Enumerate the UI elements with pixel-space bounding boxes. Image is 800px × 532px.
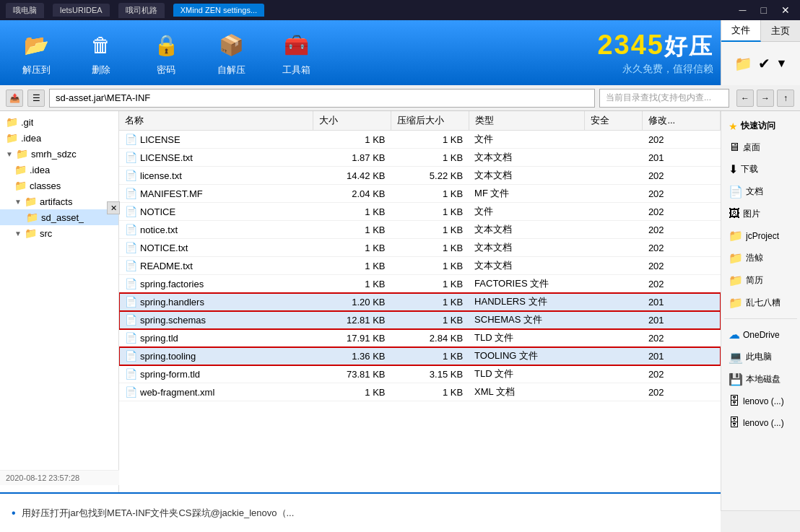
folder-icon-git: 📁 <box>6 116 18 128</box>
sfx-button[interactable]: 📦 自解压 <box>209 29 253 77</box>
table-row[interactable]: 📄LICENSE 1 KB 1 KB 文件 202 <box>119 131 721 149</box>
extract-button[interactable]: 📂 解压到 <box>14 29 58 77</box>
file-type-cell: XML 文档 <box>469 383 584 401</box>
table-row[interactable]: 📄MANIFEST.MF 2.04 KB 1 KB MF 文件 202 <box>119 185 721 203</box>
sidebar-item-smrh[interactable]: ▼ 📁 smrh_sdzc <box>0 146 118 162</box>
table-row[interactable]: 📄spring.handlers 1.20 KB 1 KB HANDLERS 文… <box>119 293 721 311</box>
right-panel-onedrive[interactable]: ☁ OneDrive <box>724 325 797 344</box>
address-path[interactable]: sd-asset.jar\META-INF <box>49 89 595 108</box>
up-btn[interactable]: ↑ <box>777 90 794 107</box>
documents-icon: 📄 <box>729 185 743 199</box>
search-box[interactable]: 当前目录查找(支持包内查... <box>599 89 729 108</box>
table-row[interactable]: 📄web-fragment.xml 1 KB 1 KB XML 文档 202 <box>119 383 721 401</box>
table-row[interactable]: 📄spring.tooling 1.36 KB 1 KB TOOLING 文件 … <box>119 347 721 365</box>
nav-list-btn[interactable]: ☰ <box>27 90 45 107</box>
thispc-icon: 💻 <box>729 350 743 364</box>
file-type-cell: SCHEMAS 文件 <box>469 311 584 329</box>
title-bar: 哦电脑 letsURIDEA 哦司机路 XMind ZEN settings..… <box>0 0 800 20</box>
sidebar-item-idea2[interactable]: 📁 .idea <box>0 162 118 178</box>
file-size-cell: 14.42 KB <box>313 167 391 185</box>
table-row[interactable]: 📄spring.schemas 12.81 KB 1 KB SCHEMAS 文件… <box>119 311 721 329</box>
table-row[interactable]: 📄LICENSE.txt 1.87 KB 1 KB 文本文档 201 <box>119 149 721 167</box>
table-row[interactable]: 📄spring.factories 1 KB 1 KB FACTORIES 文件… <box>119 275 721 293</box>
file-modified-cell: 202 <box>643 365 721 383</box>
table-row[interactable]: 📄license.txt 14.42 KB 5.22 KB 文本文档 202 <box>119 167 721 185</box>
divider1 <box>724 318 797 319</box>
right-panel-haojing[interactable]: 📁 浩鲸 <box>724 248 797 268</box>
file-compressed-cell: 1 KB <box>391 257 469 275</box>
toggle-artifacts: ▼ <box>14 198 22 206</box>
home-tab[interactable]: 主页 <box>761 20 800 42</box>
col-header-type[interactable]: 类型 <box>469 111 584 131</box>
right-panel-desktop[interactable]: 🖥 桌面 <box>724 138 797 157</box>
sidebar-item-artifacts[interactable]: ▼ 📁 artifacts <box>0 193 118 209</box>
table-row[interactable]: 📄notice.txt 1 KB 1 KB 文本文档 202 <box>119 221 721 239</box>
close-button[interactable]: ✕ <box>777 3 794 17</box>
col-header-compressed[interactable]: 压缩后大小 <box>391 111 469 131</box>
file-security-cell <box>584 365 643 383</box>
maximize-button[interactable]: □ <box>757 3 771 17</box>
file-icon: 📄 <box>125 278 137 289</box>
sidebar-item-idea1[interactable]: 📁 .idea <box>0 130 118 146</box>
file-modified-cell: 201 <box>643 149 721 167</box>
tab-pc[interactable]: 哦电脑 <box>6 3 44 18</box>
file-icon: 📄 <box>125 368 137 380</box>
right-panel: ★ 快速访问 🖥 桌面 ⬇ 下载 📄 文档 🖼 图片 📁 jcProject 📁… <box>721 111 800 510</box>
right-panel-downloads[interactable]: ⬇ 下载 <box>724 160 797 179</box>
right-panel-localdisk[interactable]: 💾 本地磁盘 <box>724 370 797 389</box>
right-panel-lenovo1[interactable]: 🗄 lenovo (...) <box>724 392 797 411</box>
file-tab[interactable]: 文件 <box>721 20 761 42</box>
password-button[interactable]: 🔒 密码 <box>144 29 188 77</box>
file-security-cell <box>584 185 643 203</box>
right-panel-pictures[interactable]: 🖼 图片 <box>724 204 797 223</box>
forward-btn[interactable]: → <box>757 90 774 107</box>
delete-button[interactable]: 🗑 删除 <box>79 29 123 77</box>
file-compressed-cell: 1 KB <box>391 185 469 203</box>
col-header-modified[interactable]: 修改... <box>643 111 721 131</box>
file-type-cell: 文件 <box>469 203 584 221</box>
lenovo1-icon: 🗄 <box>729 395 740 408</box>
file-type-cell: 文本文档 <box>469 239 584 257</box>
col-header-security[interactable]: 安全 <box>584 111 643 131</box>
table-row[interactable]: 📄NOTICE.txt 1 KB 1 KB 文本文档 202 <box>119 239 721 257</box>
right-panel-jcproject[interactable]: 📁 jcProject <box>724 226 797 245</box>
right-panel-thispc[interactable]: 💻 此电脑 <box>724 347 797 367</box>
col-header-name[interactable]: 名称 <box>119 111 313 131</box>
right-panel-documents[interactable]: 📄 文档 <box>724 182 797 201</box>
tab-driver[interactable]: 哦司机路 <box>118 3 165 18</box>
sidebar-item-src[interactable]: ▼ 📁 src <box>0 225 118 241</box>
col-header-size[interactable]: 大小 <box>313 111 391 131</box>
extract-icon: 📂 <box>20 29 52 61</box>
nav-upload-btn[interactable]: 📤 <box>6 90 23 107</box>
file-compressed-cell: 1 KB <box>391 275 469 293</box>
file-name-cell: 📄README.txt <box>119 257 313 275</box>
tools-button[interactable]: 🧰 工具箱 <box>274 29 318 77</box>
file-name-cell: 📄spring.tld <box>119 329 313 347</box>
file-name-cell: 📄NOTICE.txt <box>119 239 313 257</box>
desktop-icon: 🖥 <box>729 141 740 154</box>
sidebar-close-btn[interactable]: ✕ <box>107 201 120 214</box>
sidebar-item-classes[interactable]: 📁 classes <box>0 178 118 193</box>
localdisk-icon: 💾 <box>729 372 743 386</box>
folder-icon-idea2: 📁 <box>14 164 27 175</box>
toggle-smrh: ▼ <box>6 150 13 158</box>
pictures-icon: 🖼 <box>729 207 740 220</box>
tab-xmind[interactable]: XMind ZEN settings... <box>173 4 264 17</box>
table-row[interactable]: 📄spring.tld 17.91 KB 2.84 KB TLD 文件 202 <box>119 329 721 347</box>
sidebar-item-git[interactable]: 📁 .git <box>0 114 118 130</box>
right-panel-resume[interactable]: 📁 简历 <box>724 271 797 290</box>
resume-icon: 📁 <box>729 274 743 287</box>
table-row[interactable]: 📄NOTICE 1 KB 1 KB 文件 202 <box>119 203 721 221</box>
sidebar-item-sdasset[interactable]: 📁 sd_asset_ <box>0 209 118 225</box>
misc-icon: 📁 <box>729 296 743 310</box>
right-panel-misc[interactable]: 📁 乱七八糟 <box>724 293 797 313</box>
tab-idea[interactable]: letsURIDEA <box>53 4 110 17</box>
tools-icon: 🧰 <box>280 29 312 61</box>
right-panel-lenovo2[interactable]: 🗄 lenovo (...) <box>724 414 797 432</box>
table-row[interactable]: 📄spring-form.tld 73.81 KB 3.15 KB TLD 文件… <box>119 365 721 383</box>
table-row[interactable]: 📄README.txt 1 KB 1 KB 文本文档 202 <box>119 257 721 275</box>
minimize-button[interactable]: ─ <box>735 3 751 17</box>
back-btn[interactable]: ← <box>736 90 754 107</box>
folder-icon-src: 📁 <box>25 227 37 239</box>
file-compressed-cell: 1 KB <box>391 311 469 329</box>
